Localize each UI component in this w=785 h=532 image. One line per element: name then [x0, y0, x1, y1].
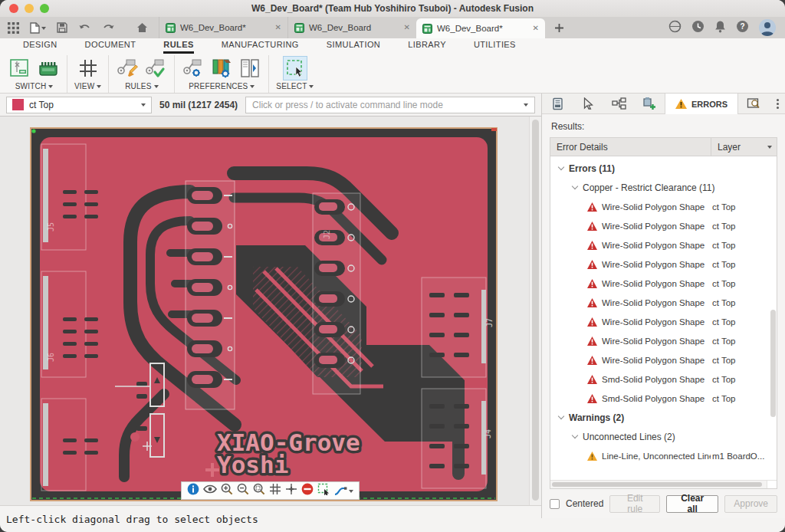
chevron-expanded-icon[interactable] [572, 432, 578, 438]
menu-document[interactable]: DOCUMENT [85, 40, 136, 54]
crosshair-icon[interactable] [285, 483, 297, 498]
app-launcher-icon[interactable] [8, 22, 19, 34]
issue-row[interactable]: Wire-Solid Polygon Shape ct Top [550, 197, 777, 216]
group-select-label[interactable]: SELECT [276, 82, 307, 90]
group-view-label[interactable]: VIEW [74, 82, 94, 90]
view-grid-icon[interactable] [77, 57, 100, 80]
close-window-button[interactable] [9, 4, 18, 13]
close-tab-icon[interactable]: ✕ [533, 25, 539, 32]
chevron-expanded-icon[interactable] [572, 183, 578, 189]
save-icon[interactable] [57, 22, 67, 33]
route-tool-icon[interactable] [334, 485, 353, 497]
issue-row[interactable]: Wire-Solid Polygon Shape ct Top [550, 274, 777, 293]
zoom-select-icon[interactable] [253, 483, 265, 498]
list-horizontal-scrollbar[interactable] [550, 480, 777, 488]
job-status-icon[interactable] [668, 20, 682, 36]
new-tab-button[interactable] [545, 17, 573, 38]
issue-text: Wire-Solid Polygon Shape [602, 260, 711, 269]
panel-tab-board-info[interactable] [542, 94, 573, 113]
menu-manufacturing[interactable]: MANUFACTURING [222, 40, 299, 54]
zoom-out-icon[interactable] [237, 483, 249, 498]
canvas-vertical-scrollbar[interactable] [529, 117, 541, 505]
group-rules-label[interactable]: RULES [125, 82, 151, 90]
issue-row[interactable]: Wire-Solid Polygon Shape ct Top [550, 331, 777, 350]
zoom-in-icon[interactable] [221, 483, 233, 498]
restrict-icon[interactable] [301, 483, 314, 498]
issue-row[interactable]: Smd-Solid Polygon Shape ct Top [550, 389, 777, 408]
menu-rules[interactable]: RULES [163, 40, 193, 54]
column-error-details[interactable]: Error Details [550, 138, 711, 156]
close-tab-icon[interactable]: ✕ [275, 24, 281, 31]
group-switch-label[interactable]: SWITCH [15, 82, 47, 90]
issue-row[interactable]: Line-Line, Unconnected Lines m1 BoardO..… [550, 446, 777, 465]
switch-schematic-icon[interactable] [8, 57, 31, 80]
layer-settings-icon[interactable] [210, 57, 233, 80]
list-vertical-scrollbar[interactable] [770, 310, 776, 417]
centered-checkbox[interactable] [550, 499, 560, 509]
zoom-window-button[interactable] [40, 4, 49, 13]
issue-row[interactable]: Wire-Solid Polygon Shape ct Top [550, 216, 777, 235]
edit-rule-button[interactable]: Edit rule [609, 495, 660, 513]
issue-row[interactable]: Wire-Solid Polygon Shape ct Top [550, 312, 777, 331]
clear-all-button[interactable]: Clear all [666, 495, 718, 513]
menu-utilities[interactable]: UTILITIES [474, 40, 516, 54]
warnings-group-row[interactable]: Warnings (2) [550, 408, 777, 427]
errors-group-row[interactable]: Errors (11) [550, 159, 777, 178]
issue-layer: ct Top [711, 337, 777, 346]
errors-tab-label: ERRORS [691, 100, 728, 109]
switch-board-icon[interactable] [37, 57, 60, 80]
workspace-menu: DESIGN DOCUMENT RULES MANUFACTURING SIMU… [0, 38, 785, 54]
warnings-rule-row[interactable]: Unconnected Lines (2) [550, 427, 777, 446]
dru-settings-icon[interactable] [182, 57, 205, 80]
extensions-clock-icon[interactable] [691, 20, 705, 36]
panel-tab-hierarchy[interactable] [603, 94, 634, 113]
redo-icon[interactable] [102, 23, 115, 33]
panel-tab-add-component[interactable] [634, 94, 665, 113]
close-tab-icon[interactable]: ✕ [404, 24, 410, 31]
panel-tab-inspect[interactable] [738, 94, 769, 113]
approve-button[interactable]: Approve [724, 495, 777, 513]
select-tool-icon[interactable] [283, 56, 307, 80]
issue-row[interactable]: Wire-Solid Polygon Shape ct Top [550, 350, 777, 369]
menu-library[interactable]: LIBRARY [408, 40, 446, 54]
group-preferences-label[interactable]: PREFERENCES [189, 82, 248, 90]
menu-design[interactable]: DESIGN [23, 40, 57, 54]
panel-tab-select[interactable] [573, 94, 603, 113]
panel-layout-icon[interactable] [238, 57, 261, 80]
info-icon[interactable] [187, 483, 199, 498]
new-file-icon[interactable] [30, 22, 46, 34]
panel-menu-button[interactable] [777, 94, 785, 113]
issue-row[interactable]: Smd-Solid Polygon Shape ct Top [550, 369, 777, 389]
undo-icon[interactable] [78, 23, 91, 33]
help-icon[interactable]: ? [736, 20, 749, 36]
menu-simulation[interactable]: SIMULATION [327, 40, 380, 54]
group-switch: SWITCH [2, 55, 67, 93]
check-rules-icon[interactable] [144, 57, 167, 80]
panel-tab-errors[interactable]: ERRORS [665, 94, 738, 114]
minimize-window-button[interactable] [25, 4, 34, 13]
warning-triangle-icon [675, 99, 687, 109]
pcb-canvas[interactable]: J5 J6 J2 [0, 117, 529, 505]
user-avatar[interactable] [759, 19, 776, 36]
grid-icon[interactable] [269, 483, 281, 498]
command-line-input[interactable]: Click or press / to activate command lin… [245, 97, 535, 113]
issue-row[interactable]: Wire-Solid Polygon Shape ct Top [550, 293, 777, 312]
chevron-expanded-icon[interactable] [558, 164, 564, 170]
document-tab-3-active[interactable]: W6_Dev_Board* ✕ [416, 18, 545, 38]
marquee-select-icon[interactable] [317, 483, 330, 498]
visibility-eye-icon[interactable] [203, 484, 217, 498]
chevron-expanded-icon[interactable] [558, 413, 564, 419]
home-icon[interactable] [136, 22, 148, 33]
chevron-down-icon [141, 103, 146, 109]
document-tab-1[interactable]: W6_Dev_Board* ✕ [159, 17, 287, 38]
issue-row[interactable]: Wire-Solid Polygon Shape ct Top [550, 235, 777, 255]
notifications-bell-icon[interactable] [714, 20, 726, 36]
issue-row[interactable]: Wire-Solid Polygon Shape ct Top [550, 255, 777, 274]
errors-rule-row[interactable]: Copper - Restrict Clearance (11) [550, 178, 777, 197]
app-window: W6_Dev_Board* (Team Hub Yoshihiro Tsuboi… [0, 0, 785, 532]
warning-rows-mount: Line-Line, Unconnected Lines m1 BoardO..… [550, 446, 777, 465]
column-layer[interactable]: Layer [711, 138, 777, 156]
edit-rules-icon[interactable] [116, 57, 139, 80]
document-tab-2[interactable]: W6_Dev_Board ✕ [287, 17, 416, 38]
layer-selector[interactable]: ct Top [6, 97, 152, 113]
